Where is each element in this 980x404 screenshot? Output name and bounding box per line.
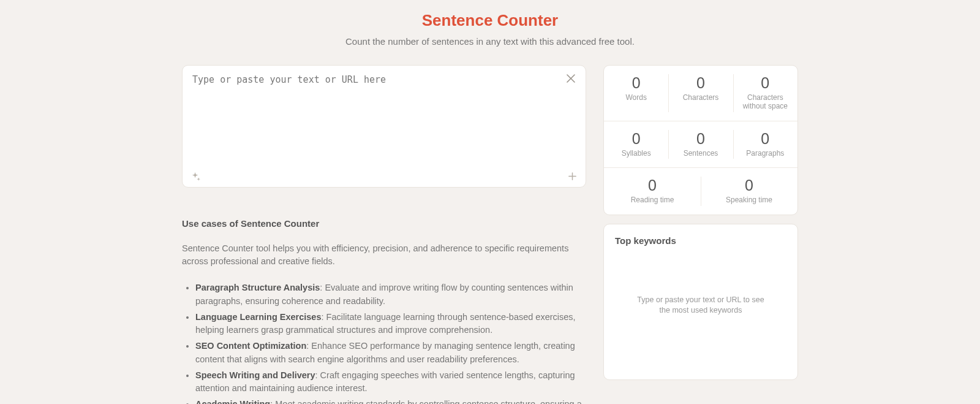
right-column: 0 Words 0 Characters 0 Characters withou… (603, 65, 798, 404)
stat-value: 0 (608, 74, 665, 92)
keywords-card: Top keywords Type or paste your text or … (603, 224, 798, 380)
page-subtitle: Count the number of sentences in any tex… (0, 36, 980, 47)
stat-label: Syllables (608, 149, 665, 158)
list-item-bold: Paragraph Structure Analysis (195, 283, 320, 292)
page-title: Sentence Counter (0, 11, 980, 30)
stats-row: 0 Words 0 Characters 0 Characters withou… (604, 66, 797, 121)
keywords-empty-message: Type or paste your text or URL to see th… (615, 295, 786, 316)
list-item-bold: Language Learning Exercises (195, 312, 322, 322)
stat-value: 0 (608, 130, 665, 148)
close-icon (567, 74, 575, 83)
stats-row: 0 Syllables 0 Sentences 0 Paragraphs (604, 121, 797, 167)
list-item-bold: SEO Content Optimization (195, 341, 306, 351)
magic-button[interactable] (191, 172, 200, 181)
stat-words: 0 Words (604, 66, 668, 121)
stat-syllables: 0 Syllables (604, 121, 668, 167)
stat-label: Speaking time (704, 196, 794, 204)
stat-label: Reading time (608, 196, 697, 204)
use-cases-intro: Sentence Counter tool helps you with eff… (182, 242, 586, 268)
list-item: Paragraph Structure Analysis: Evaluate a… (195, 281, 586, 308)
stat-value: 0 (672, 74, 729, 92)
use-cases-section: Use cases of Sentence Counter Sentence C… (182, 218, 586, 404)
stat-sentences: 0 Sentences (668, 121, 733, 167)
keywords-title: Top keywords (615, 235, 786, 246)
stat-speaking-time: 0 Speaking time (701, 168, 797, 214)
stat-value: 0 (704, 177, 794, 194)
list-item: SEO Content Optimization: Enhance SEO pe… (195, 340, 586, 367)
stat-paragraphs: 0 Paragraphs (733, 121, 797, 167)
sparkle-icon (191, 172, 200, 181)
stat-characters-no-space: 0 Characters without space (733, 66, 797, 121)
list-item: Speech Writing and Delivery: Craft engag… (195, 369, 586, 396)
stat-label: Sentences (672, 149, 729, 158)
plus-icon (568, 172, 577, 181)
left-column: Use cases of Sentence Counter Sentence C… (182, 65, 586, 404)
expand-button[interactable] (568, 172, 577, 181)
stat-label: Paragraphs (737, 149, 794, 158)
text-input[interactable] (192, 74, 576, 160)
stat-value: 0 (672, 130, 729, 148)
use-cases-list: Paragraph Structure Analysis: Evaluate a… (182, 281, 586, 404)
stat-characters: 0 Characters (668, 66, 733, 121)
list-item: Academic Writing: Meet academic writing … (195, 398, 586, 404)
input-bottom-bar (191, 172, 577, 181)
use-cases-heading: Use cases of Sentence Counter (182, 218, 586, 229)
stat-label: Words (608, 93, 665, 102)
stat-value: 0 (737, 130, 794, 148)
stat-label: Characters without space (737, 93, 794, 111)
list-item: Language Learning Exercises: Facilitate … (195, 311, 586, 338)
stat-value: 0 (737, 74, 794, 92)
stat-label: Characters (672, 93, 729, 102)
list-item-bold: Speech Writing and Delivery (195, 370, 315, 380)
stats-row: 0 Reading time 0 Speaking time (604, 167, 797, 214)
main-layout: Use cases of Sentence Counter Sentence C… (0, 65, 980, 404)
text-input-card (182, 65, 586, 188)
clear-button[interactable] (565, 73, 577, 85)
stat-reading-time: 0 Reading time (604, 168, 701, 214)
stats-card: 0 Words 0 Characters 0 Characters withou… (603, 65, 798, 215)
page-header: Sentence Counter Count the number of sen… (0, 0, 980, 65)
stat-value: 0 (608, 177, 697, 194)
list-item-bold: Academic Writing (195, 399, 270, 404)
